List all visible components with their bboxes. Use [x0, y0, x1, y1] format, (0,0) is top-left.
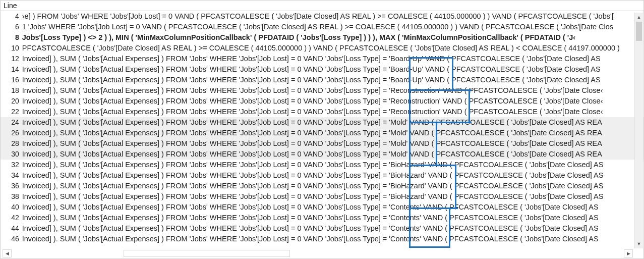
scroll-down-arrow-icon[interactable]: ▼	[635, 239, 643, 248]
line-number: 16	[1, 75, 22, 85]
line-text: Jobs'[Loss Type] ) <> 2 ) ), MIN ( 'MinM…	[22, 32, 643, 43]
line-number: 24	[1, 117, 22, 128]
line-text: Invoiced] ), SUM ( 'Jobs'[Actual Expense…	[22, 202, 643, 213]
table-row[interactable]: 14Invoiced] ), SUM ( 'Jobs'[Actual Expen…	[1, 64, 643, 75]
table-row[interactable]: 36Invoiced] ), SUM ( 'Jobs'[Actual Expen…	[1, 181, 643, 191]
table-row[interactable]: 12Invoiced] ), SUM ( 'Jobs'[Actual Expen…	[1, 54, 643, 64]
line-text: Invoiced] ), SUM ( 'Jobs'[Actual Expense…	[22, 181, 643, 191]
table-row[interactable]: 30Invoiced] ), SUM ( 'Jobs'[Actual Expen…	[1, 149, 643, 160]
sql-trace-viewer: Line 4›e] ) FROM 'Jobs' WHERE 'Jobs'[Job…	[0, 0, 644, 259]
line-text: Invoiced] ), SUM ( 'Jobs'[Actual Expense…	[22, 160, 643, 170]
line-number: 32	[1, 160, 22, 170]
line-text: ›e] ) FROM 'Jobs' WHERE 'Jobs'[Job Lost]…	[22, 11, 643, 22]
line-text: Invoiced] ), SUM ( 'Jobs'[Actual Expense…	[22, 213, 643, 223]
line-text: Invoiced] ), SUM ( 'Jobs'[Actual Expense…	[22, 96, 643, 107]
line-number: 36	[1, 181, 22, 191]
table-row[interactable]: 22Invoiced] ), SUM ( 'Jobs'[Actual Expen…	[1, 107, 643, 117]
line-text: Invoiced] ), SUM ( 'Jobs'[Actual Expense…	[22, 138, 643, 149]
line-number: 38	[1, 191, 22, 202]
table-row[interactable]: 40Invoiced] ), SUM ( 'Jobs'[Actual Expen…	[1, 202, 643, 213]
table-row[interactable]: 46Invoiced] ). SUM ( 'Jobs'[Actual Expen…	[1, 234, 643, 244]
table-row[interactable]: 44Invoiced] ), SUM ( 'Jobs'[Actual Expen…	[1, 223, 643, 234]
grid-viewport[interactable]: 4›e] ) FROM 'Jobs' WHERE 'Jobs'[Job Lost…	[1, 11, 643, 248]
table-row[interactable]: 24Invoiced] ), SUM ( 'Jobs'[Actual Expen…	[1, 117, 643, 128]
line-number: 6	[1, 22, 22, 32]
line-text: 1 'Jobs' WHERE 'Jobs'[Job Lost] = 0 VAND…	[22, 22, 643, 32]
table-row[interactable]: 38Invoiced] ), SUM ( 'Jobs'[Actual Expen…	[1, 191, 643, 202]
vertical-scroll-track[interactable]	[635, 22, 643, 239]
line-number: 28	[1, 138, 22, 149]
line-text: Invoiced] ), SUM ( 'Jobs'[Actual Expense…	[22, 64, 643, 75]
horizontal-scroll-thumb[interactable]	[124, 250, 290, 257]
line-text: Invoiced] ), SUM ( 'Jobs'[Actual Expense…	[22, 191, 643, 202]
vertical-scrollbar[interactable]: ▲ ▼	[634, 13, 643, 248]
table-row[interactable]: 20Invoiced] ), SUM ( 'Jobs'[Actual Expen…	[1, 96, 643, 107]
trace-table: 4›e] ) FROM 'Jobs' WHERE 'Jobs'[Job Lost…	[1, 11, 643, 244]
table-row[interactable]: 42Invoiced] ), SUM ( 'Jobs'[Actual Expen…	[1, 213, 643, 223]
line-number: 12	[1, 54, 22, 64]
line-text: Invoiced] ), SUM ( 'Jobs'[Actual Expense…	[22, 75, 643, 85]
line-text: Invoiced] ), SUM ( 'Jobs'[Actual Expense…	[22, 223, 643, 234]
horizontal-scrollbar[interactable]: ◀ ▶	[2, 249, 634, 257]
line-number: 44	[1, 223, 22, 234]
line-number: 20	[1, 96, 22, 107]
table-row[interactable]: 18Invoiced] ), SUM ( 'Jobs'[Actual Expen…	[1, 85, 643, 96]
line-number: 14	[1, 64, 22, 75]
line-text: Invoiced] ), SUM ( 'Jobs'[Actual Expense…	[22, 85, 643, 96]
line-text: Invoiced] ), SUM ( 'Jobs'[Actual Expense…	[22, 54, 643, 64]
line-number: 40	[1, 202, 22, 213]
table-row[interactable]: 8Jobs'[Loss Type] ) <> 2 ) ), MIN ( 'Min…	[1, 32, 643, 43]
line-number: 26	[1, 128, 22, 138]
line-number: 30	[1, 149, 22, 160]
table-row[interactable]: 10PFCASTCOALESCE ( 'Jobs'[Date Closed] A…	[1, 43, 643, 54]
scroll-right-arrow-icon[interactable]: ▶	[624, 249, 633, 257]
line-text: Invoiced] ), SUM ( 'Jobs'[Actual Expense…	[22, 149, 643, 160]
line-text: Invoiced] ), SUM ( 'Jobs'[Actual Expense…	[22, 170, 643, 181]
column-header-line[interactable]: Line	[1, 1, 643, 11]
line-number: 4	[1, 11, 22, 22]
header-label: Line	[4, 2, 17, 10]
line-number: 8	[1, 32, 22, 43]
scroll-left-arrow-icon[interactable]: ◀	[3, 249, 12, 257]
table-row[interactable]: 32Invoiced] ), SUM ( 'Jobs'[Actual Expen…	[1, 160, 643, 170]
line-text: Invoiced] ), SUM ( 'Jobs'[Actual Expense…	[22, 107, 643, 117]
line-text: Invoiced] ). SUM ( 'Jobs'[Actual Expense…	[22, 234, 643, 244]
line-text: Invoiced] ), SUM ( 'Jobs'[Actual Expense…	[22, 117, 643, 128]
line-number: 22	[1, 107, 22, 117]
horizontal-scroll-track[interactable]	[13, 249, 623, 257]
scroll-up-arrow-icon[interactable]: ▲	[635, 13, 643, 22]
table-row[interactable]: 28Invoiced] ), SUM ( 'Jobs'[Actual Expen…	[1, 138, 643, 149]
line-number: 34	[1, 170, 22, 181]
table-row[interactable]: 4›e] ) FROM 'Jobs' WHERE 'Jobs'[Job Lost…	[1, 11, 643, 22]
table-row[interactable]: 16Invoiced] ), SUM ( 'Jobs'[Actual Expen…	[1, 75, 643, 85]
table-row[interactable]: 61 'Jobs' WHERE 'Jobs'[Job Lost] = 0 VAN…	[1, 22, 643, 32]
table-row[interactable]: 34Invoiced] ), SUM ( 'Jobs'[Actual Expen…	[1, 170, 643, 181]
line-text: PFCASTCOALESCE ( 'Jobs'[Date Closed] AS …	[22, 43, 643, 54]
line-number: 46	[1, 234, 22, 244]
vertical-scroll-thumb[interactable]	[636, 22, 642, 41]
line-number: 10	[1, 43, 22, 54]
line-text: Invoiced] ), SUM ( 'Jobs'[Actual Expense…	[22, 128, 643, 138]
table-row[interactable]: 26Invoiced] ), SUM ( 'Jobs'[Actual Expen…	[1, 128, 643, 138]
line-number: 42	[1, 213, 22, 223]
line-number: 18	[1, 85, 22, 96]
